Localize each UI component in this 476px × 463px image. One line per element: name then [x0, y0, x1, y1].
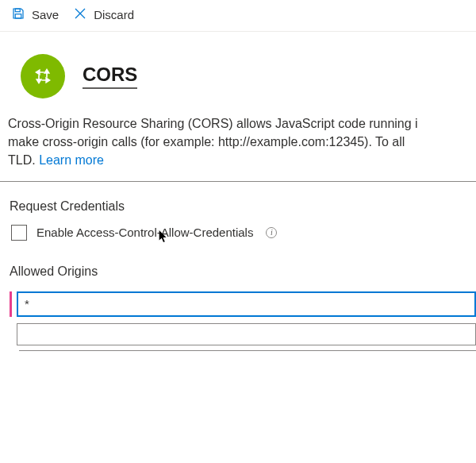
allowed-origin-input[interactable] — [17, 323, 476, 345]
description-text-line2: make cross-origin calls (for example: ht… — [8, 135, 405, 149]
page-header: CORS — [0, 32, 476, 105]
svg-rect-1 — [15, 14, 21, 18]
close-icon — [73, 6, 87, 23]
origin-row — [10, 291, 476, 317]
credentials-checkbox-row: Enable Access-Control-Allow-Credentials … — [0, 225, 476, 264]
svg-rect-0 — [15, 9, 20, 12]
divider — [19, 350, 476, 351]
cors-icon — [21, 54, 65, 98]
learn-more-link[interactable]: Learn more — [39, 153, 104, 167]
save-icon — [11, 6, 25, 23]
save-button[interactable]: Save — [11, 6, 59, 23]
page-title: CORS — [83, 64, 137, 89]
enable-credentials-checkbox[interactable] — [11, 225, 27, 241]
description-text-line1: Cross-Origin Resource Sharing (CORS) all… — [8, 117, 418, 130]
allowed-origins-label: Allowed Origins — [10, 264, 476, 279]
request-credentials-label: Request Credentials — [0, 199, 476, 225]
description: Cross-Origin Resource Sharing (CORS) all… — [0, 105, 476, 182]
allowed-origins-section: Allowed Origins — [0, 264, 476, 351]
origin-row — [10, 323, 476, 345]
info-icon[interactable]: i — [266, 227, 277, 238]
enable-credentials-label: Enable Access-Control-Allow-Credentials — [36, 226, 253, 239]
allowed-origin-input[interactable] — [17, 291, 476, 317]
description-text-line3: TLD. — [8, 153, 39, 167]
discard-label: Discard — [94, 8, 134, 21]
save-label: Save — [32, 8, 59, 21]
discard-button[interactable]: Discard — [73, 6, 134, 23]
toolbar: Save Discard — [0, 0, 476, 32]
